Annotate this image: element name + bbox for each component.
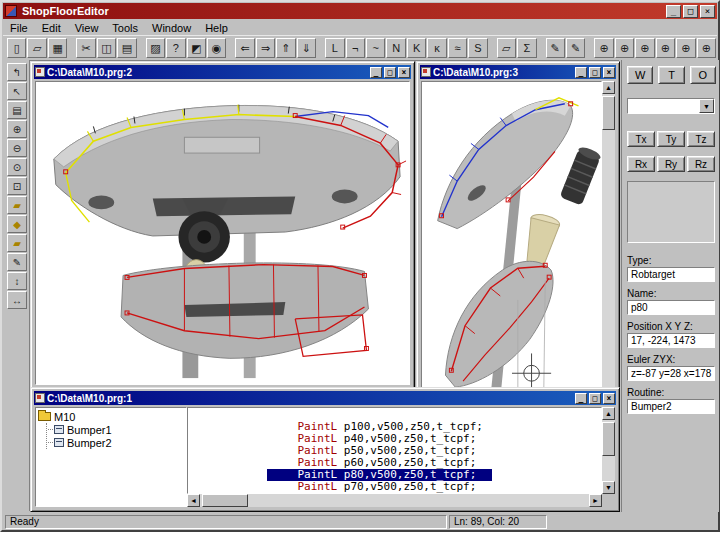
toolbar-button[interactable]: ◫: [97, 38, 116, 58]
toolbar-button[interactable]: K: [407, 38, 426, 58]
toolbar-button[interactable]: ▱: [497, 38, 516, 58]
target-listbox[interactable]: [627, 181, 715, 243]
translate-button[interactable]: Tx: [627, 131, 655, 147]
restore-button[interactable]: □: [384, 67, 396, 78]
code-editor[interactable]: PaintL p100,v500,z50,t_tcpf; PaintL p40,…: [187, 407, 602, 494]
toolbar-button[interactable]: ⇒: [256, 38, 275, 58]
tree-root-item[interactable]: M10: [38, 410, 184, 423]
field-value[interactable]: 17, -224, 1473: [627, 333, 715, 348]
toolbar-button[interactable]: ◩: [187, 38, 206, 58]
minimize-button[interactable]: _: [575, 393, 587, 404]
target-combobox[interactable]: ▼: [627, 98, 715, 114]
toolbar-button[interactable]: ▦: [48, 38, 67, 58]
toolbar-button[interactable]: ⊕: [615, 38, 634, 58]
toolbar-button[interactable]: ≈: [448, 38, 467, 58]
toolbar-button[interactable]: ▱: [27, 38, 46, 58]
horizontal-scrollbar[interactable]: ◄ ►: [187, 494, 602, 507]
scroll-right-button[interactable]: ►: [589, 494, 602, 507]
toolbar-button[interactable]: ✂: [76, 38, 95, 58]
rotate-button[interactable]: Ry: [657, 156, 685, 172]
maximize-button[interactable]: □: [683, 5, 698, 18]
scroll-thumb[interactable]: [602, 422, 615, 456]
tool-button[interactable]: ✎: [7, 253, 27, 271]
toolbar-button[interactable]: ?: [166, 38, 185, 58]
scroll-track[interactable]: [602, 420, 615, 481]
tool-button[interactable]: ↖: [7, 82, 27, 100]
rotate-button[interactable]: Rx: [627, 156, 655, 172]
toolbar-button[interactable]: ¬: [346, 38, 365, 58]
menu-item[interactable]: Tools: [105, 21, 145, 35]
toolbar-button[interactable]: ⊕: [656, 38, 675, 58]
menu-item[interactable]: View: [68, 21, 106, 35]
tool-button[interactable]: ▰: [7, 234, 27, 252]
tool-button[interactable]: ↕: [7, 272, 27, 290]
scroll-up-button[interactable]: ▲: [602, 81, 615, 94]
menu-item[interactable]: Help: [198, 21, 235, 35]
translate-button[interactable]: Tz: [687, 131, 715, 147]
menu-item[interactable]: Edit: [35, 21, 68, 35]
toolbar-button[interactable]: ▤: [117, 38, 136, 58]
tool-button[interactable]: ▤: [7, 101, 27, 119]
toolbar-button[interactable]: ĸ: [427, 38, 446, 58]
toolbar-button[interactable]: ⇑: [276, 38, 295, 58]
toolbar-button[interactable]: ⊕: [697, 38, 716, 58]
restore-button[interactable]: □: [589, 393, 601, 404]
tree-item[interactable]: Bumper2: [48, 436, 184, 449]
field-value[interactable]: Robtarget: [627, 267, 715, 282]
viewport-3d-main[interactable]: [35, 81, 410, 385]
tree-item[interactable]: Bumper1: [48, 423, 184, 436]
tool-button[interactable]: ⊙: [7, 158, 27, 176]
menu-item[interactable]: Window: [145, 21, 198, 35]
toolbar-button[interactable]: ✎: [566, 38, 585, 58]
field-value[interactable]: z=-87 y=28 x=178: [627, 366, 715, 381]
scroll-track[interactable]: [200, 494, 589, 507]
tool-button[interactable]: ↔: [7, 291, 27, 309]
translate-button[interactable]: Ty: [657, 131, 685, 147]
toolbar-button[interactable]: N: [386, 38, 405, 58]
close-button[interactable]: ×: [700, 5, 715, 18]
toolbar-button[interactable]: ⇓: [297, 38, 316, 58]
toolbar-button[interactable]: ▨: [146, 38, 165, 58]
toolbar-button[interactable]: Σ: [517, 38, 536, 58]
scroll-left-button[interactable]: ◄: [187, 494, 200, 507]
toolbar-button[interactable]: ~: [366, 38, 385, 58]
toolbar-button[interactable]: ◉: [207, 38, 226, 58]
field-value[interactable]: Bumper2: [627, 399, 715, 414]
menu-item[interactable]: File: [3, 21, 35, 35]
minimize-button[interactable]: _: [575, 67, 587, 78]
window-titlebar[interactable]: C:\Data\M10.prg:1 _ □ ×: [34, 391, 616, 405]
scroll-down-button[interactable]: ▼: [602, 481, 615, 494]
close-button[interactable]: ×: [603, 393, 615, 404]
toolbar-button[interactable]: ✎: [546, 38, 565, 58]
toolbar-button[interactable]: S: [468, 38, 487, 58]
toolbar-button[interactable]: L: [325, 38, 344, 58]
window-titlebar[interactable]: C:\Data\M10.prg:2 _ □ ×: [34, 65, 411, 79]
restore-button[interactable]: □: [589, 67, 601, 78]
minimize-button[interactable]: _: [370, 67, 382, 78]
toolbar-button[interactable]: ⊕: [594, 38, 613, 58]
tool-button[interactable]: ◆: [7, 215, 27, 233]
code-line[interactable]: PaintL p100,v500,z50,t_tcpf;: [188, 409, 601, 421]
close-button[interactable]: ×: [603, 67, 615, 78]
tool-button[interactable]: ↰: [7, 63, 27, 81]
window-titlebar[interactable]: C:\Data\M10.prg:3 _ □ ×: [420, 65, 616, 79]
view-mode-button[interactable]: O: [690, 66, 716, 84]
titlebar[interactable]: ShopFloorEditor _ □ ×: [3, 3, 717, 19]
close-button[interactable]: ×: [398, 67, 410, 78]
rotate-button[interactable]: Rz: [687, 156, 715, 172]
view-mode-button[interactable]: T: [658, 66, 684, 84]
vertical-scrollbar[interactable]: ▲ ▼: [602, 407, 615, 494]
toolbar-button[interactable]: ⇐: [235, 38, 254, 58]
scroll-thumb[interactable]: [602, 96, 615, 130]
tool-button[interactable]: ⊖: [7, 139, 27, 157]
tool-button[interactable]: ⊡: [7, 177, 27, 195]
toolbar-button[interactable]: ⊕: [676, 38, 695, 58]
toolbar-button[interactable]: ▯: [7, 38, 26, 58]
field-value[interactable]: p80: [627, 300, 715, 315]
combobox-dropdown-button[interactable]: ▼: [699, 99, 714, 113]
scroll-thumb[interactable]: [202, 494, 248, 507]
minimize-button[interactable]: _: [666, 5, 681, 18]
view-mode-button[interactable]: W: [627, 66, 653, 84]
toolbar-button[interactable]: ⊕: [635, 38, 654, 58]
tool-button[interactable]: ⊕: [7, 120, 27, 138]
